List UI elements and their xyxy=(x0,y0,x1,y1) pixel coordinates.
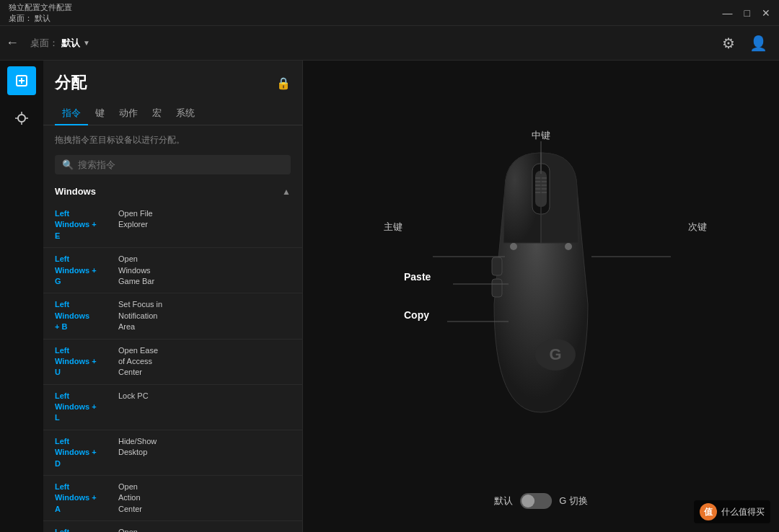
titlebar: 独立配置文件配置 桌面： 默认 — □ ✕ xyxy=(0,0,779,26)
settings-icon[interactable]: ⚙ xyxy=(722,35,735,52)
command-desc: Lock PC xyxy=(118,391,149,402)
command-item[interactable]: Left Windows + D Hide/Show Desktop xyxy=(43,430,302,476)
titlebar-title: 独立配置文件配置 xyxy=(9,2,72,13)
close-button[interactable]: ✕ xyxy=(762,8,770,18)
profile-selector[interactable]: 桌面： 默认 ▼ xyxy=(30,37,90,50)
label-paste-button: Paste xyxy=(404,271,431,283)
profile-toggle[interactable] xyxy=(520,493,552,509)
search-input[interactable] xyxy=(78,159,283,170)
panel-header: 分配 🔒 xyxy=(43,61,302,94)
search-box: 🔍 xyxy=(55,155,291,174)
command-desc: Hide/Show Desktop xyxy=(118,436,157,458)
tab-actions[interactable]: 动作 xyxy=(112,102,145,125)
tab-system[interactable]: 系统 xyxy=(169,102,202,125)
tab-commands[interactable]: 指令 xyxy=(55,102,88,125)
command-key: Left Windows + I xyxy=(55,527,113,532)
tabs: 指令 键 动作 宏 系统 xyxy=(43,94,302,125)
svg-point-20 xyxy=(510,243,517,250)
command-desc: Open Windows Setting xyxy=(118,527,151,532)
svg-rect-16 xyxy=(492,257,502,275)
command-key: Left Windows + D xyxy=(55,436,113,469)
command-item[interactable]: Left Windows + A Open Action Center xyxy=(43,476,302,521)
panel-hint: 拖拽指令至目标设备以进行分配。 xyxy=(43,125,302,152)
tab-macros[interactable]: 宏 xyxy=(145,102,169,125)
back-button[interactable]: ← xyxy=(6,35,19,50)
command-key: Left Windows + E xyxy=(55,208,113,241)
label-left-button: 主键 xyxy=(384,221,402,234)
svg-point-21 xyxy=(565,243,572,250)
section-title: Windows xyxy=(55,186,96,197)
minimize-button[interactable]: — xyxy=(723,8,733,18)
profile-label: 桌面： xyxy=(9,14,32,22)
command-key: Left Windows + U xyxy=(55,345,113,378)
maximize-button[interactable]: □ xyxy=(744,8,750,18)
command-key: Left Windows + L xyxy=(55,391,113,424)
toggle-left-label: 默认 xyxy=(494,495,513,507)
mouse-diagram: G 中键 主键 次键 Paste Copy xyxy=(361,87,721,505)
profile-value: 默认 xyxy=(35,14,50,22)
label-right-button: 次键 xyxy=(688,221,707,234)
chevron-down-icon: ▼ xyxy=(83,39,90,47)
svg-rect-17 xyxy=(492,279,502,297)
windows-section-header[interactable]: Windows ▲ xyxy=(43,180,302,203)
profile-selector-label: 桌面： xyxy=(30,37,58,50)
search-icon: 🔍 xyxy=(62,159,74,170)
command-key: Left Windows + A xyxy=(55,482,113,515)
command-desc: Set Focus in Notification Area xyxy=(118,299,162,332)
command-desc: Open Windows Game Bar xyxy=(118,254,154,287)
tab-keys[interactable]: 键 xyxy=(88,102,112,125)
label-copy-button: Copy xyxy=(404,309,429,321)
watermark: 值 什么值得买 xyxy=(694,500,770,523)
titlebar-controls: — □ ✕ xyxy=(723,8,770,18)
watermark-text: 什么值得买 xyxy=(721,506,765,518)
command-item[interactable]: Left Windows + B Set Focus in Notificati… xyxy=(43,293,302,339)
lock-icon[interactable]: 🔒 xyxy=(276,76,291,90)
mouse-area: G 中键 主键 次键 Paste Copy xyxy=(303,61,779,532)
sidebar-dpi-button[interactable] xyxy=(7,104,36,133)
command-item[interactable]: Left Windows + G Open Windows Game Bar xyxy=(43,248,302,293)
sidebar-assign-button[interactable] xyxy=(7,66,36,95)
watermark-icon: 值 xyxy=(700,503,717,520)
command-items-container: Left Windows + E Open File Explorer Left… xyxy=(43,203,302,532)
profile-selector-name: 默认 xyxy=(61,37,80,50)
account-icon[interactable]: 👤 xyxy=(749,35,767,52)
titlebar-info: 独立配置文件配置 桌面： 默认 xyxy=(9,2,72,24)
command-item[interactable]: Left Windows + U Open Ease of Access Cen… xyxy=(43,340,302,385)
command-key: Left Windows + G xyxy=(55,254,113,287)
toggle-bar: 默认 G 切换 xyxy=(494,493,588,509)
command-item[interactable]: Left Windows + I Open Windows Setting xyxy=(43,521,302,532)
topbar-right: ⚙ 👤 xyxy=(722,35,767,52)
command-desc: Open File Explorer xyxy=(118,208,153,231)
main-layout: 分配 🔒 指令 键 动作 宏 系统 拖拽指令至目标设备以进行分配。 🔍 Wind… xyxy=(0,61,779,532)
command-panel: 分配 🔒 指令 键 动作 宏 系统 拖拽指令至目标设备以进行分配。 🔍 Wind… xyxy=(43,61,303,532)
command-key: Left Windows + B xyxy=(55,299,113,332)
topbar: ← 桌面： 默认 ▼ ⚙ 👤 xyxy=(0,26,779,61)
toggle-right-label: G 切换 xyxy=(559,495,588,507)
titlebar-subtitle: 桌面： 默认 xyxy=(9,13,72,24)
command-desc: Open Action Center xyxy=(118,482,142,515)
command-list: Windows ▲ Left Windows + E Open File Exp… xyxy=(43,180,302,532)
label-middle-button: 中键 xyxy=(532,129,550,142)
command-desc: Open Ease of Access Center xyxy=(118,345,158,378)
svg-point-3 xyxy=(18,115,25,122)
panel-title: 分配 xyxy=(55,72,87,94)
command-item[interactable]: Left Windows + E Open File Explorer xyxy=(43,203,302,248)
command-item[interactable]: Left Windows + L Lock PC xyxy=(43,385,302,430)
mouse-svg: G xyxy=(454,146,628,420)
svg-text:G: G xyxy=(549,345,561,363)
section-chevron-icon: ▲ xyxy=(282,187,291,197)
icon-sidebar xyxy=(0,61,43,532)
topbar-left: ← 桌面： 默认 ▼ xyxy=(6,35,90,50)
